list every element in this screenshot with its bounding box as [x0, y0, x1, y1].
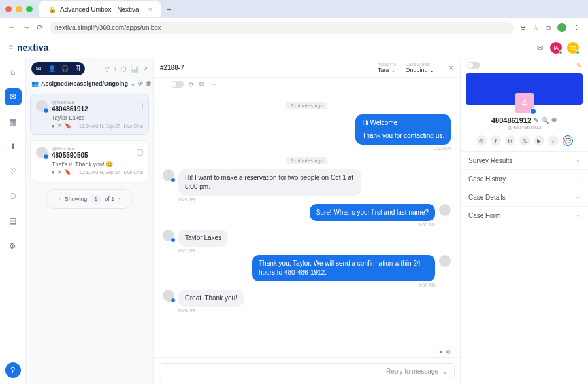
instagram-icon[interactable]: ◎: [476, 135, 487, 146]
forward-button[interactable]: →: [22, 23, 30, 32]
browser-chrome: 🔒 Advanced Unibox - Nextiva × + ← → ⟳ ⊕ …: [0, 0, 588, 37]
edit-name-icon[interactable]: ✎: [534, 117, 539, 124]
extensions-icon[interactable]: ⧉: [546, 24, 551, 32]
close-chat-button[interactable]: ×: [449, 63, 453, 73]
chat-channel-icon[interactable]: 💬: [563, 135, 573, 146]
accordion-case-form[interactable]: Case Form⌄: [461, 206, 588, 224]
refresh-icon[interactable]: ⟳: [138, 80, 143, 87]
twitter-icon[interactable]: 𝕏: [519, 135, 530, 146]
chevron-down-icon: ⌄: [576, 157, 580, 164]
inbox-toolbar: ✉ 👤 🎧 🗄 ▽ ↕ ⬡ 📊 ↗: [26, 58, 153, 79]
accordion-survey-results[interactable]: Survey Results⌄: [461, 151, 588, 169]
report-icon[interactable]: ▤: [5, 213, 22, 230]
user-avatar-2[interactable]: TB: [567, 42, 579, 54]
mail-icon[interactable]: ✉: [534, 43, 545, 53]
conversation-preview: That's it. Thank you! 😊: [52, 161, 143, 167]
channel-mail-icon[interactable]: ✉: [33, 63, 44, 74]
delivered-icon: ●: [439, 349, 442, 355]
profile-icon[interactable]: [557, 23, 566, 32]
settings-icon[interactable]: ⚙: [5, 237, 22, 254]
more-icon[interactable]: ⋯: [209, 81, 216, 88]
export-icon[interactable]: ↗: [142, 65, 148, 73]
message-avatar: [163, 169, 174, 181]
close-window-icon[interactable]: [5, 6, 12, 12]
team-icon[interactable]: ⚇: [5, 188, 22, 205]
pagination: ‹ Showing 1 of 1 ›: [46, 189, 133, 209]
profile-toggle[interactable]: [467, 62, 480, 69]
help-icon[interactable]: ?: [5, 362, 21, 378]
page-prev-button[interactable]: ‹: [59, 196, 61, 202]
grid-icon[interactable]: ▦: [5, 113, 22, 130]
back-button[interactable]: ←: [8, 23, 16, 32]
sort-icon[interactable]: ↕: [114, 65, 117, 73]
menu-icon[interactable]: ⋮: [573, 24, 580, 32]
url-input[interactable]: [50, 22, 514, 34]
select-checkbox[interactable]: [137, 149, 143, 156]
refresh-chat-icon[interactable]: ⟳: [189, 81, 194, 88]
message-avatar: [163, 230, 174, 241]
reply-input[interactable]: Reply to message ⌄: [159, 363, 455, 379]
channel-user-icon[interactable]: 👤: [46, 63, 57, 74]
case-status[interactable]: Case Status Ongoing ⌄: [405, 62, 434, 73]
social-icons: ◎ f in 𝕏 ▶ ♪ 💬: [461, 135, 588, 146]
new-tab-button[interactable]: +: [166, 4, 171, 14]
profile-toolbar: ✎: [461, 58, 588, 73]
select-checkbox[interactable]: [137, 103, 143, 109]
avatar: [36, 100, 48, 112]
chat-body: 2 minutes ago Hi Welcome Thank you for c…: [154, 91, 460, 349]
upload-icon[interactable]: ⬆: [5, 138, 22, 155]
tiktok-icon[interactable]: ♪: [548, 135, 559, 146]
youtube-icon[interactable]: ▶: [534, 135, 544, 146]
user-avatar-1[interactable]: IA: [550, 42, 562, 54]
channel-archive-icon[interactable]: 🗄: [72, 63, 84, 74]
assign-to[interactable]: Assign to Tara ⌄: [378, 62, 397, 73]
pager-total: of 1: [105, 196, 114, 202]
conversation-card[interactable]: @Nextiva 4805590505 That's it. Thank you…: [30, 140, 149, 181]
edit-icon[interactable]: ✎: [576, 62, 581, 69]
maximize-window-icon[interactable]: [26, 6, 33, 12]
tab-close-icon[interactable]: ×: [148, 6, 152, 13]
filter-icon[interactable]: ▽: [105, 65, 110, 73]
message-bubble: Sure! What is your first and last name?: [310, 204, 435, 221]
url-bar: ← → ⟳ ⊕ ☆ ⧉ ⋮: [0, 18, 588, 37]
accordion-case-history[interactable]: Case History⌄: [461, 169, 588, 188]
message-incoming: Taylor Lakes 9:07 AM: [163, 230, 451, 253]
search-profile-icon[interactable]: 🔍: [542, 117, 549, 124]
message-timestamp: 9:04 AM: [178, 197, 361, 201]
apps-grid-icon[interactable]: ⦙⦙⦙: [9, 44, 13, 52]
tab-title: Advanced Unibox - Nextiva: [60, 6, 139, 13]
bookmark-icon[interactable]: ☆: [532, 24, 539, 32]
copy-icon[interactable]: ⧉: [199, 80, 204, 88]
traffic-lights: [5, 6, 39, 12]
conversation-card[interactable]: @Nextiva 4804861912 Taylor Lakes ● ⚑ 🔖 1…: [30, 94, 149, 135]
accordion-case-details[interactable]: Case Details⌄: [461, 188, 588, 206]
stats-icon[interactable]: ⬡: [121, 65, 127, 73]
browser-tab[interactable]: 🔒 Advanced Unibox - Nextiva ×: [39, 1, 161, 17]
archive-icon[interactable]: 🗑: [146, 80, 152, 87]
filter-label: Assigned/Reassigned/Ongoing: [41, 80, 128, 87]
view-icon[interactable]: 👁: [551, 117, 557, 124]
header-actions: ✉ IA TB: [534, 42, 579, 54]
inbox-icon[interactable]: ✉: [5, 88, 22, 105]
chevron-down-icon: ⌄: [576, 194, 580, 201]
chevron-down-icon: ⌄: [442, 368, 448, 375]
message-timestamp: 9:06 AM: [310, 222, 435, 227]
chart-icon[interactable]: 📊: [131, 65, 139, 73]
channel-headset-icon[interactable]: 🎧: [59, 63, 71, 74]
facebook-icon[interactable]: f: [491, 135, 501, 146]
reload-button[interactable]: ⟳: [37, 23, 43, 32]
page-next-button[interactable]: ›: [118, 196, 120, 202]
message-timestamp: 9:03 AM: [355, 146, 451, 150]
toggle-switch[interactable]: [171, 81, 184, 88]
heart-icon[interactable]: ♡: [5, 163, 22, 180]
app-header: ⦙⦙⦙ nextiva ✉ IA TB: [0, 37, 588, 58]
inbox-column: ✉ 👤 🎧 🗄 ▽ ↕ ⬡ 📊 ↗ 👥 Assigned/Reassigned/…: [26, 58, 154, 384]
minimize-window-icon[interactable]: [16, 6, 22, 12]
filter-row[interactable]: 👥 Assigned/Reassigned/Ongoing ⌄ ⟳ 🗑: [26, 79, 153, 91]
search-icon[interactable]: ⊕: [520, 24, 526, 32]
logo-area: ⦙⦙⦙ nextiva: [9, 43, 48, 53]
home-icon[interactable]: ⌂: [5, 63, 22, 80]
conversation-brand: @Nextiva: [52, 99, 88, 105]
linkedin-icon[interactable]: in: [505, 135, 515, 146]
avatar: [36, 147, 48, 158]
